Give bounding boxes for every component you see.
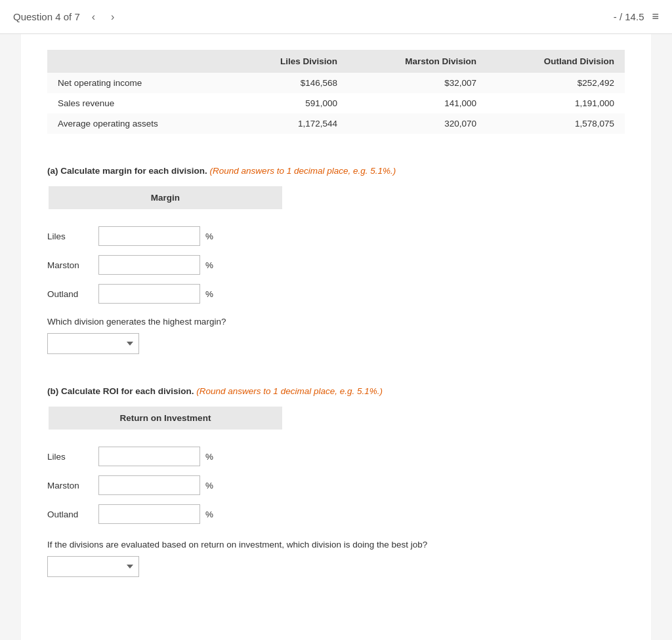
margin-outland-input[interactable] xyxy=(98,284,200,304)
row-marston-sales: 141,000 xyxy=(348,93,487,113)
margin-liles-input[interactable] xyxy=(98,226,200,246)
table-row: Sales revenue 591,000 141,000 1,191,000 xyxy=(47,93,625,113)
row-label-noi: Net operating income xyxy=(47,73,230,93)
row-liles-noi: $146,568 xyxy=(230,73,348,93)
roi-marston-row: Marston % xyxy=(47,475,625,495)
roi-outland-label: Outland xyxy=(47,510,93,519)
roi-marston-label: Marston xyxy=(47,481,93,490)
main-content: Liles Division Marston Division Outland … xyxy=(21,34,651,640)
divider-b xyxy=(47,372,625,373)
roi-header: Return on Investment xyxy=(49,407,282,430)
row-liles-sales: 591,000 xyxy=(230,93,348,113)
roi-marston-input[interactable] xyxy=(98,475,200,495)
roi-outland-row: Outland % xyxy=(47,504,625,524)
col-header-outland: Outland Division xyxy=(487,50,625,73)
score-display: - / 14.5 xyxy=(614,11,644,22)
roi-liles-label: Liles xyxy=(47,452,93,462)
col-header-liles: Liles Division xyxy=(230,50,348,73)
roi-outland-input[interactable] xyxy=(98,504,200,524)
margin-liles-row: Liles % xyxy=(47,226,625,246)
divider-a xyxy=(47,152,625,153)
row-liles-assets: 1,172,544 xyxy=(230,113,348,134)
next-button[interactable]: › xyxy=(107,9,118,26)
margin-header: Margin xyxy=(49,186,282,209)
row-outland-assets: 1,578,075 xyxy=(487,113,625,134)
margin-marston-row: Marston % xyxy=(47,255,625,275)
prev-button[interactable]: ‹ xyxy=(88,9,99,26)
header-right: - / 14.5 ≡ xyxy=(614,10,659,24)
margin-outland-label: Outland xyxy=(47,289,93,299)
margin-outland-pct: % xyxy=(205,289,213,299)
margin-liles-label: Liles xyxy=(47,231,93,241)
question-title: Question 4 of 7 xyxy=(13,11,80,22)
roi-marston-pct: % xyxy=(205,481,213,490)
margin-table: Margin xyxy=(47,185,284,210)
margin-marston-label: Marston xyxy=(47,260,93,270)
margin-liles-pct: % xyxy=(205,231,213,241)
col-header-empty xyxy=(47,50,230,73)
row-outland-sales: 1,191,000 xyxy=(487,93,625,113)
col-header-marston: Marston Division xyxy=(348,50,487,73)
best-roi-dropdown[interactable]: Liles Marston Outland xyxy=(47,556,139,577)
data-table: Liles Division Marston Division Outland … xyxy=(47,50,625,134)
row-label-sales: Sales revenue xyxy=(47,93,230,113)
table-row: Net operating income $146,568 $32,007 $2… xyxy=(47,73,625,93)
roi-liles-row: Liles % xyxy=(47,447,625,466)
roi-liles-input[interactable] xyxy=(98,447,200,466)
row-marston-noi: $32,007 xyxy=(348,73,487,93)
table-row: Average operating assets 1,172,544 320,0… xyxy=(47,113,625,134)
list-icon[interactable]: ≡ xyxy=(652,10,659,24)
margin-outland-row: Outland % xyxy=(47,284,625,304)
best-roi-question: If the divisions are evaluated based on … xyxy=(47,540,625,550)
margin-marston-pct: % xyxy=(205,260,213,270)
header-bar: Question 4 of 7 ‹ › - / 14.5 ≡ xyxy=(0,0,672,34)
margin-marston-input[interactable] xyxy=(98,255,200,275)
row-marston-assets: 320,070 xyxy=(348,113,487,134)
part-a-instruction: (a) Calculate margin for each division. … xyxy=(47,166,625,176)
roi-outland-pct: % xyxy=(205,510,213,519)
header-left: Question 4 of 7 ‹ › xyxy=(13,9,118,26)
row-outland-noi: $252,492 xyxy=(487,73,625,93)
highest-margin-question: Which division generates the highest mar… xyxy=(47,317,625,327)
roi-liles-pct: % xyxy=(205,452,213,462)
highest-margin-dropdown[interactable]: Liles Marston Outland xyxy=(47,333,139,354)
roi-table: Return on Investment xyxy=(47,405,284,431)
row-label-assets: Average operating assets xyxy=(47,113,230,134)
part-b-instruction: (b) Calculate ROI for each division. (Ro… xyxy=(47,386,625,396)
